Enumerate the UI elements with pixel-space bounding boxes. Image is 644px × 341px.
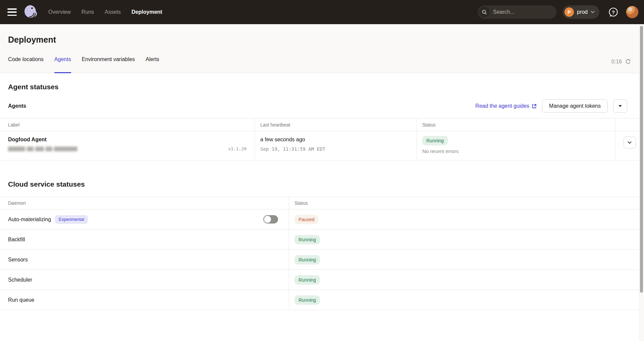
dagster-logo[interactable]	[23, 4, 38, 20]
col-daemon-status: Status	[289, 197, 644, 209]
external-link-icon	[532, 104, 537, 109]
status-badge-running: Running	[294, 295, 320, 305]
agents-subheading: Agents	[8, 103, 26, 109]
agent-table-row: Dogfood Agent ████████-███-████-███-████…	[0, 131, 644, 160]
search-icon	[479, 7, 490, 17]
col-label: Label	[0, 118, 255, 131]
refresh-countdown: 0:16	[611, 59, 622, 65]
cloud-service-statuses-heading: Cloud service statuses	[8, 180, 644, 189]
scrollbar-track	[639, 24, 644, 341]
agent-status-cell: Running No recent errors	[417, 131, 615, 160]
refresh-icon[interactable]	[625, 58, 631, 65]
org-name: prod	[577, 9, 588, 15]
daemon-status-cell: Paused	[289, 209, 644, 229]
deployment-tabs: Code locations Agents Environment variab…	[8, 56, 644, 73]
chevron-down-icon	[591, 11, 595, 13]
user-avatar[interactable]	[626, 6, 639, 18]
col-last-heartbeat: Last heartbeat	[255, 118, 417, 131]
caret-down-icon	[619, 105, 622, 107]
daemon-status-cell: Running	[289, 270, 644, 290]
agents-table-header: Label Last heartbeat Status	[0, 118, 644, 131]
daemon-status-cell: Running	[289, 230, 644, 249]
auto-materializing-toggle[interactable]	[263, 215, 278, 224]
top-navigation-bar: Overview Runs Assets Deployment / P prod…	[0, 0, 644, 24]
daemon-cell: Backfill	[0, 230, 289, 249]
primary-nav: Overview Runs Assets Deployment	[48, 9, 162, 15]
org-avatar: P	[565, 7, 574, 17]
col-status: Status	[417, 118, 615, 131]
deployment-switcher[interactable]: P prod	[562, 5, 599, 19]
search-box[interactable]: /	[478, 5, 556, 19]
status-badge-running: Running	[294, 255, 320, 264]
status-badge-running: Running	[294, 275, 320, 285]
scrollbar-thumb[interactable]	[640, 26, 643, 293]
tab-code-locations[interactable]: Code locations	[8, 56, 44, 73]
agent-name: Dogfood Agent	[8, 136, 249, 143]
cloud-services-table: Daemon Status Auto-materializing Experim…	[0, 197, 644, 310]
nav-deployment[interactable]: Deployment	[131, 9, 162, 15]
cloud-table-header: Daemon Status	[0, 197, 644, 209]
agent-status-detail: No recent errors	[422, 148, 609, 154]
daemon-cell: Run queue	[0, 290, 289, 310]
daemon-row-backfill: Backfill Running	[0, 230, 644, 250]
daemon-row-run-queue: Run queue Running	[0, 290, 644, 310]
daemon-name: Sensors	[8, 257, 28, 263]
daemon-status-cell: Running	[289, 250, 644, 270]
agents-table: Label Last heartbeat Status Dogfood Agen…	[0, 118, 644, 160]
daemon-name: Run queue	[8, 297, 34, 303]
manage-agent-tokens-button[interactable]: Manage agent tokens	[542, 99, 608, 113]
status-badge-running: Running	[294, 235, 320, 244]
agent-expand-button[interactable]	[624, 136, 636, 149]
hamburger-menu-icon[interactable]	[7, 8, 17, 16]
tab-alerts[interactable]: Alerts	[146, 56, 159, 73]
search-input[interactable]	[490, 9, 566, 15]
help-icon[interactable]: ?	[608, 7, 619, 17]
experimental-badge: Experimental	[55, 215, 88, 224]
heartbeat-timestamp: Sep 19, 11:31:59 AM EDT	[260, 146, 411, 152]
toggle-knob	[264, 216, 271, 223]
page-header: Deployment Code locations Agents Environ…	[0, 24, 644, 73]
read-agent-guides-link[interactable]: Read the agent guides	[475, 103, 537, 109]
daemon-cell: Auto-materializing Experimental	[0, 209, 289, 229]
agent-status-badge: Running	[422, 136, 448, 145]
status-badge-paused: Paused	[294, 215, 318, 224]
daemon-name: Scheduler	[8, 277, 32, 283]
read-agent-guides-label: Read the agent guides	[475, 103, 529, 109]
daemon-name: Auto-materializing	[8, 216, 51, 223]
daemon-row-sensors: Sensors Running	[0, 250, 644, 270]
page-title: Deployment	[8, 34, 644, 46]
agent-id-redacted: ████████-███-████-███-███████████	[8, 147, 77, 151]
nav-runs[interactable]: Runs	[82, 9, 94, 15]
col-daemon: Daemon	[0, 197, 289, 209]
agent-statuses-heading: Agent statuses	[8, 83, 644, 91]
daemon-cell: Sensors	[0, 250, 289, 270]
heartbeat-relative: a few seconds ago	[260, 136, 411, 143]
agents-actions: Read the agent guides Manage agent token…	[475, 99, 627, 113]
nav-assets[interactable]: Assets	[105, 9, 121, 15]
agent-version: v1.1.20	[228, 146, 247, 151]
refresh-area: 0:16	[611, 58, 631, 65]
daemon-cell: Scheduler	[0, 270, 289, 290]
svg-text:?: ?	[612, 9, 615, 15]
daemon-status-cell: Running	[289, 290, 644, 310]
daemon-name: Backfill	[8, 237, 25, 243]
agent-heartbeat-cell: a few seconds ago Sep 19, 11:31:59 AM ED…	[255, 131, 417, 160]
expand-chevron-icon	[628, 141, 632, 144]
daemon-row-scheduler: Scheduler Running	[0, 270, 644, 290]
agents-toolbar: Agents Read the agent guides Manage agen…	[0, 99, 644, 113]
agent-label-cell: Dogfood Agent ████████-███-████-███-████…	[0, 131, 255, 160]
daemon-row-auto-materializing: Auto-materializing Experimental Paused	[0, 209, 644, 230]
topbar-right-cluster: / P prod ?	[478, 5, 639, 19]
tab-agents[interactable]: Agents	[54, 56, 71, 73]
tab-environment-variables[interactable]: Environment variables	[82, 56, 135, 73]
nav-overview[interactable]: Overview	[48, 9, 71, 15]
agents-more-actions-button[interactable]	[613, 99, 627, 113]
